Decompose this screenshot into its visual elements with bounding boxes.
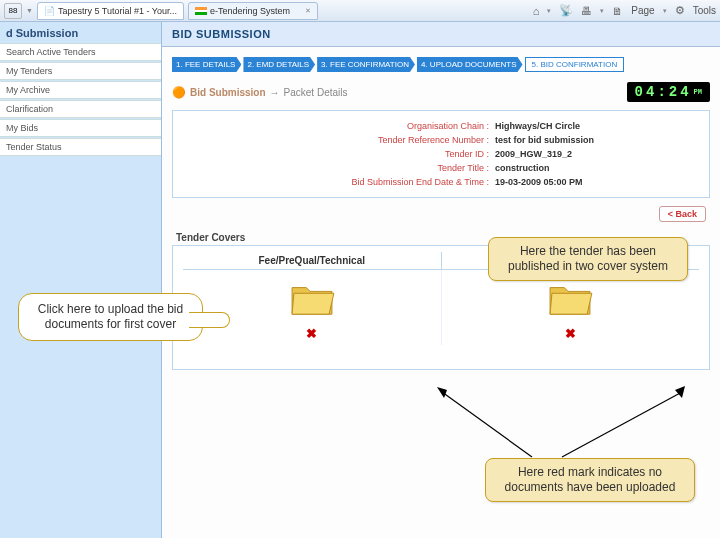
sidebar-item-my-tenders[interactable]: My Tenders <box>0 62 161 80</box>
dropdown-icon[interactable]: ▼ <box>26 7 33 14</box>
no-upload-indicator-technical: ✖ <box>306 326 317 341</box>
tools-icon[interactable]: ⚙ <box>675 4 685 17</box>
sidebar-item-clarification[interactable]: Clarification <box>0 100 161 118</box>
sidebar-item-tender-status[interactable]: Tender Status <box>0 138 161 156</box>
annotation-two-cover: Here the tender has been published in tw… <box>488 237 688 281</box>
back-button[interactable]: < Back <box>659 206 706 222</box>
step-fee-details[interactable]: 1. FEE DETAILS <box>172 57 241 72</box>
sidebar-item-my-archive[interactable]: My Archive <box>0 81 161 99</box>
sidebar-item-my-bids[interactable]: My Bids <box>0 119 161 137</box>
cover-col-technical: Fee/PreQual/Technical <box>183 252 442 269</box>
flag-icon <box>195 7 207 15</box>
sidebar-header: d Submission <box>0 24 161 43</box>
breadcrumb: 🟠 Bid Submission → Packet Details <box>172 86 347 99</box>
svg-line-0 <box>442 392 532 457</box>
folder-icon-finance[interactable] <box>547 280 593 318</box>
sidebar-item-search-active-tenders[interactable]: Search Active Tenders <box>0 43 161 61</box>
breadcrumb-main: Bid Submission <box>190 87 266 98</box>
sidebar: d Submission Search Active Tenders My Te… <box>0 22 162 538</box>
page-title: BID SUBMISSION <box>162 22 720 47</box>
page-icon: 📄 <box>44 6 55 16</box>
wizard-steps: 1. FEE DETAILS 2. EMD DETAILS 3. FEE CON… <box>162 47 720 78</box>
tender-details-panel: Organisation Chain :Highways/CH Circle T… <box>172 110 710 198</box>
home-icon[interactable]: ⌂ <box>533 5 540 17</box>
browser-tab-1[interactable]: 📄 Tapestry 5 Tutorial #1 - Your... <box>37 2 184 20</box>
tools-menu-label[interactable]: Tools <box>693 5 716 16</box>
svg-line-2 <box>562 392 682 457</box>
step-bid-confirmation[interactable]: 5. BID CONFIRMATION <box>525 57 625 72</box>
page-menu-label[interactable]: Page <box>631 5 654 16</box>
annotation-click-upload: Click here to upload the bid documents f… <box>18 293 203 341</box>
svg-marker-1 <box>437 387 447 398</box>
main-content: BID SUBMISSION 1. FEE DETAILS 2. EMD DET… <box>162 22 720 538</box>
favorites-count[interactable]: 88 <box>4 3 22 19</box>
browser-tab-2[interactable]: e-Tendering System ✕ <box>188 2 318 20</box>
browser-toolbar: 88 ▼ 📄 Tapestry 5 Tutorial #1 - Your... … <box>0 0 720 22</box>
annotation-arrows <box>332 372 692 472</box>
folder-icon-technical[interactable] <box>289 280 335 318</box>
print-icon[interactable]: 🖶 <box>581 5 592 17</box>
page-menu-icon[interactable]: 🗎 <box>612 5 623 17</box>
breadcrumb-arrow-icon: 🟠 <box>172 86 186 99</box>
step-emd-details[interactable]: 2. EMD DETAILS <box>243 57 315 72</box>
svg-marker-3 <box>675 386 685 398</box>
breadcrumb-sub: Packet Details <box>284 87 348 98</box>
step-fee-confirmation[interactable]: 3. FEE CONFIRMATION <box>317 57 415 72</box>
close-icon[interactable]: ✕ <box>305 7 311 15</box>
step-upload-documents[interactable]: 4. UPLOAD DOCUMENTS <box>417 57 523 72</box>
feed-icon[interactable]: 📡 <box>559 4 573 17</box>
countdown-clock: 04:24PM <box>627 82 710 102</box>
no-upload-indicator-finance: ✖ <box>565 326 576 341</box>
annotation-red-mark: Here red mark indicates no documents hav… <box>485 458 695 502</box>
